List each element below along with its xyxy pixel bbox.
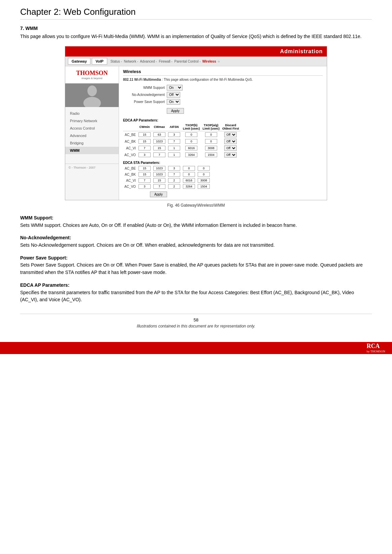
- sidebar-item-access-control[interactable]: Access Control: [65, 125, 119, 132]
- edca-ap-be-cwmax[interactable]: [153, 132, 165, 137]
- edca-col-txopb: TXOP(b)Limit (usec): [182, 123, 201, 131]
- edca-ap-vi-cwmax[interactable]: [153, 146, 165, 150]
- edca-sta-be-txopb[interactable]: [183, 166, 195, 171]
- edca-sta-be-txopag[interactable]: [198, 166, 210, 171]
- sidebar-menu: Radio Primary Network Access Control Adv…: [65, 107, 119, 157]
- edca-ap-row-vo: AC_VO OffOn: [123, 151, 240, 158]
- edca-ap-bk-discard[interactable]: OffOn: [224, 139, 237, 144]
- edca-ap-row-bk: AC_BK OffOn: [123, 138, 240, 145]
- main-content-area: Wireless 802.11 Wi-Fi Multimedia : This …: [119, 66, 327, 200]
- edca-sta-vo-aifsn[interactable]: [168, 184, 180, 189]
- sidebar-item-bridging[interactable]: Bridging: [65, 139, 119, 147]
- edca-ap-table: CWmin CWmax AIFSN TXOP(b)Limit (usec) TX…: [123, 123, 240, 158]
- edca-sta-vo-label: AC_VO: [123, 183, 137, 189]
- edca-sta-bk-cwmax[interactable]: [153, 172, 165, 177]
- edca-ap-vi-discard[interactable]: OffOn: [224, 145, 237, 151]
- edca-ap-be-discard[interactable]: OffOn: [224, 132, 237, 137]
- no-ack-label: No-Acknowledgement: [123, 93, 167, 97]
- edca-sta-vo-cwmin[interactable]: [139, 184, 151, 189]
- no-ack-select[interactable]: Off On: [167, 92, 180, 98]
- edca-ap-vi-aifsn[interactable]: [168, 146, 180, 150]
- edca-sta-row-be: AC_BE: [123, 165, 211, 171]
- edca-ap-params-section: EDCA AP Parameters: Specifies the transm…: [20, 282, 372, 304]
- edca-ap-vi-label: AC_VI: [123, 145, 137, 151]
- apply-button-top[interactable]: Apply: [167, 108, 184, 114]
- edca-sta-bk-cwmin[interactable]: [139, 172, 151, 177]
- edca-sta-bk-aifsn[interactable]: [168, 172, 180, 177]
- page-footer: 58 Illustrations contained in this docum…: [20, 314, 372, 328]
- edca-ap-bk-cwmin[interactable]: [139, 139, 151, 144]
- voip-tab[interactable]: VoIP: [92, 58, 107, 65]
- edca-col-empty: [123, 123, 137, 131]
- apply-button-bottom[interactable]: Apply: [150, 192, 167, 197]
- power-save-row: Power Save Support On Off: [123, 99, 323, 105]
- edca-sta-row-bk: AC_BK: [123, 171, 211, 177]
- rca-logo: RCA by THOMSON: [366, 343, 385, 353]
- edca-sta-bk-txopag[interactable]: [198, 172, 210, 177]
- edca-sta-vi-txopb[interactable]: [183, 178, 195, 183]
- edca-ap-bk-txopb[interactable]: [185, 139, 197, 144]
- gateway-tab[interactable]: Gateway: [68, 58, 90, 65]
- edca-ap-vo-cwmin[interactable]: [139, 152, 151, 157]
- wireless-section-title: Wireless: [123, 69, 323, 76]
- edca-ap-bk-cwmax[interactable]: [153, 139, 165, 144]
- edca-sta-vi-cwmax[interactable]: [153, 178, 165, 183]
- page-number: 58: [20, 317, 372, 322]
- edca-ap-be-txopb[interactable]: [185, 132, 197, 137]
- chapter-title: Chapter 2: Web Configuration: [20, 7, 372, 20]
- edca-ap-be-aifsn[interactable]: [168, 132, 180, 137]
- edca-sta-row-vi: AC_VI: [123, 177, 211, 183]
- wmm-support-row: WMM Support On Off Auto: [123, 85, 323, 91]
- bottom-bar: RCA by THOMSON: [0, 342, 392, 354]
- edca-ap-bk-txopag[interactable]: [205, 139, 217, 144]
- edca-ap-params-body: Specifies the transmit parameters for tr…: [20, 289, 372, 304]
- edca-sta-be-aifsn[interactable]: [168, 166, 180, 171]
- screenshot-box: Administration Gateway VoIP Status - Net…: [65, 46, 327, 200]
- edca-sta-vo-txopag[interactable]: [198, 184, 210, 189]
- sidebar-item-primary-network[interactable]: Primary Network: [65, 117, 119, 125]
- sidebar-item-advanced[interactable]: Advanced: [65, 132, 119, 139]
- edca-ap-be-txopag[interactable]: [205, 132, 217, 137]
- wmm-support-select[interactable]: On Off Auto: [167, 85, 183, 91]
- edca-ap-vo-discard[interactable]: OffOn: [224, 152, 237, 158]
- edca-sta-vi-cwmin[interactable]: [139, 178, 151, 183]
- edca-sta-vi-txopag[interactable]: [198, 178, 210, 183]
- sidebar-item-radio[interactable]: Radio: [65, 110, 119, 117]
- edca-sta-bk-txopb[interactable]: [183, 172, 195, 177]
- edca-ap-vo-txopb[interactable]: [185, 152, 197, 157]
- edca-sta-table: AC_BE AC_BK: [123, 165, 211, 189]
- edca-ap-title: EDCA AP Parameters:: [123, 118, 323, 122]
- nav-links-row: Status - Network - Advanced - Firewall -…: [109, 60, 220, 63]
- fig-caption: Fig. 46 Gateway\Wireless\WMM: [20, 203, 372, 208]
- sidebar: THOMSON images & beyond Radio Primary Ne…: [65, 66, 119, 200]
- apply-btn-bottom-container: Apply: [123, 189, 323, 197]
- power-save-heading: Power Save Support:: [20, 255, 68, 261]
- apply-btn-top-container: Apply: [123, 106, 323, 116]
- edca-ap-bk-aifsn[interactable]: [168, 139, 180, 144]
- edca-col-txopag: TXOP(a/g)Limit (usec): [201, 123, 221, 131]
- edca-sta-be-cwmax[interactable]: [153, 166, 165, 171]
- section-intro: This page allows you to configure Wi-Fi …: [20, 33, 372, 40]
- edca-ap-vo-txopag[interactable]: [205, 152, 217, 157]
- edca-ap-vi-cwmin[interactable]: [139, 146, 151, 150]
- edca-sta-vi-aifsn[interactable]: [168, 178, 180, 183]
- edca-sta-be-label: AC_BE: [123, 165, 137, 171]
- page-container: Chapter 2: Web Configuration 7. WMM This…: [0, 0, 392, 335]
- edca-sta-vo-cwmax[interactable]: [153, 184, 165, 189]
- sidebar-item-wmm[interactable]: WMM: [65, 147, 119, 154]
- edca-sta-vo-txopb[interactable]: [183, 184, 195, 189]
- edca-ap-vi-txopag[interactable]: [205, 146, 217, 150]
- edca-ap-vo-cwmax[interactable]: [153, 152, 165, 157]
- sidebar-logo: THOMSON images & beyond: [65, 66, 119, 83]
- edca-ap-vo-label: AC_VO: [123, 151, 137, 158]
- edca-sta-be-cwmin[interactable]: [139, 166, 151, 171]
- edca-ap-vo-aifsn[interactable]: [168, 152, 180, 157]
- edca-ap-be-cwmin[interactable]: [139, 132, 151, 137]
- section-heading: 7. WMM: [20, 26, 372, 31]
- edca-col-cwmax: CWmax: [152, 123, 167, 131]
- svg-point-0: [87, 85, 97, 96]
- thomson-logo: THOMSON: [69, 70, 115, 77]
- wmm-support-section: WMM Support: Sets WMM support. Choices a…: [20, 214, 372, 229]
- edca-ap-vi-txopb[interactable]: [185, 146, 197, 150]
- power-save-select[interactable]: On Off: [167, 99, 180, 105]
